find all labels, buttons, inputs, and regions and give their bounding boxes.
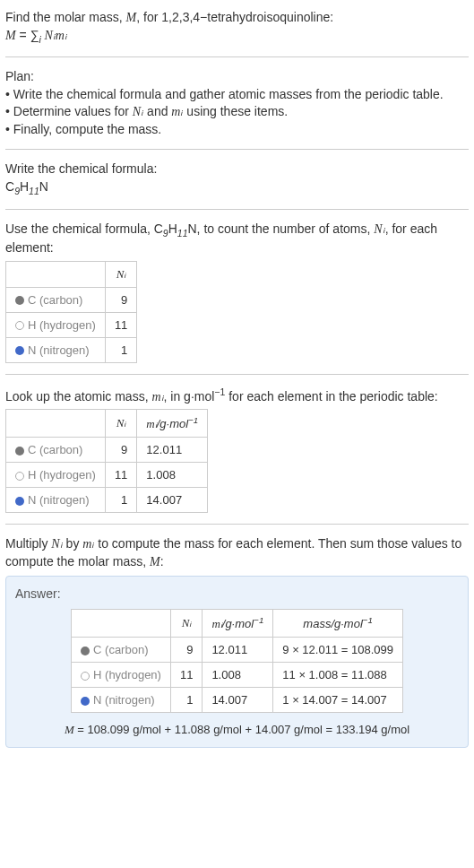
- text: by: [63, 536, 83, 551]
- table-row: N (nitrogen) 1 14.007 1 × 14.007 = 14.00…: [72, 688, 403, 713]
- plan-bullet-1: • Write the chemical formula and gather …: [5, 86, 469, 104]
- table-row: C (carbon) 9 12.011 9 × 12.011 = 108.099: [72, 638, 403, 663]
- chemical-formula-section: Write the chemical formula: C9H11N: [5, 157, 469, 201]
- text: , for 1,2,3,4−tetrahydroisoquinoline:: [136, 10, 333, 24]
- el-n: N: [39, 179, 48, 194]
- element-name: C (carbon): [28, 293, 82, 307]
- element-name: H (hydrogen): [28, 468, 96, 482]
- multiply-text: Multiply Nᵢ by mᵢ to compute the mass fo…: [5, 535, 469, 570]
- answer-table: Nᵢ mᵢ/g·mol−1 mass/g·mol−1 C (carbon) 9 …: [71, 609, 403, 713]
- var-mi: mᵢ: [146, 417, 156, 430]
- text: for each element in the periodic table:: [225, 388, 437, 403]
- text: Use the chemical formula, C: [5, 221, 163, 236]
- var-mi: mᵢ: [82, 537, 94, 551]
- table-row: N (nitrogen) 1: [6, 337, 137, 362]
- element-cell: N (nitrogen): [6, 337, 106, 362]
- mass-value: 14.007: [203, 688, 273, 713]
- divider: [5, 149, 469, 150]
- el-c: C: [5, 179, 14, 194]
- eq-sum: = ∑: [16, 28, 39, 42]
- text: Look up the atomic mass,: [5, 388, 151, 403]
- element-cell: C (carbon): [6, 287, 106, 312]
- element-name: N (nitrogen): [28, 493, 90, 507]
- calc-value: 1 × 14.007 = 14.007: [273, 688, 403, 713]
- answer-label: Answer:: [15, 586, 459, 603]
- count-value: 11: [105, 312, 136, 337]
- text: , in g·mol: [164, 388, 215, 403]
- nitrogen-dot-icon: [15, 497, 24, 506]
- element-name: C (carbon): [28, 443, 82, 456]
- var-ni: Nᵢ: [116, 416, 126, 430]
- element-name: H (hydrogen): [93, 668, 161, 681]
- text: N, to count the number of atoms,: [188, 221, 375, 236]
- mi-header: mᵢ/g·mol−1: [137, 409, 208, 437]
- divider: [5, 524, 469, 525]
- table-row: C (carbon) 9: [6, 287, 137, 312]
- eq-lhs: M: [5, 29, 16, 42]
- var-m: M: [126, 11, 137, 24]
- var-mi: mᵢ: [171, 105, 183, 118]
- mass-text: Look up the atomic mass, mᵢ, in g·mol−1 …: [5, 386, 469, 405]
- text: Multiply: [5, 536, 51, 551]
- mass-value: 1.008: [137, 463, 208, 488]
- plan-heading: Plan:: [5, 68, 469, 86]
- unit: mass/g·mol: [303, 618, 362, 631]
- element-cell: C (carbon): [72, 638, 171, 663]
- formula-heading: Write the chemical formula:: [5, 161, 469, 178]
- sup: −1: [214, 386, 225, 397]
- table-header-row: Nᵢ: [6, 261, 137, 287]
- empty-header: [6, 261, 106, 287]
- empty-header: [72, 609, 171, 637]
- count-value: 1: [105, 488, 136, 513]
- count-value: 11: [170, 663, 202, 688]
- divider: [5, 374, 469, 375]
- plan-bullet-3: • Finally, compute the mass.: [5, 121, 469, 139]
- calc-value: 9 × 12.011 = 108.099: [273, 638, 403, 663]
- count-section: Use the chemical formula, C9H11N, to cou…: [5, 217, 469, 367]
- element-name: C (carbon): [93, 643, 148, 656]
- table-row: N (nitrogen) 1 14.007: [6, 488, 208, 513]
- ni-header: Nᵢ: [105, 409, 136, 437]
- sub: 11: [177, 227, 188, 238]
- element-cell: H (hydrogen): [72, 663, 171, 688]
- unit: /g·mol: [222, 617, 254, 630]
- element-cell: N (nitrogen): [72, 688, 171, 713]
- element-name: H (hydrogen): [28, 318, 96, 332]
- element-cell: H (hydrogen): [6, 312, 106, 337]
- var-ni: Nᵢ: [133, 105, 143, 118]
- hydrogen-dot-icon: [15, 321, 24, 330]
- sup: −1: [363, 615, 373, 625]
- var-ni: Nᵢ: [51, 537, 62, 551]
- chemical-formula: C9H11N: [5, 178, 469, 197]
- table-header-row: Nᵢ mᵢ/g·mol−1 mass/g·mol−1: [72, 609, 403, 637]
- calc-value: 11 × 1.008 = 11.088: [273, 663, 403, 688]
- count-value: 11: [105, 463, 136, 488]
- hydrogen-dot-icon: [15, 472, 24, 481]
- var-mi: mᵢ: [151, 389, 163, 403]
- var-ni: Nᵢ: [116, 267, 126, 281]
- count-value: 9: [105, 287, 136, 312]
- el-h: H: [20, 179, 29, 194]
- hydrogen-dot-icon: [81, 672, 90, 681]
- mass-value: 1.008: [203, 663, 273, 688]
- count-text: Use the chemical formula, C9H11N, to cou…: [5, 221, 469, 257]
- multiply-section: Multiply Nᵢ by mᵢ to compute the mass fo…: [5, 532, 469, 751]
- element-cell: N (nitrogen): [6, 488, 106, 513]
- mass-value: 12.011: [203, 638, 273, 663]
- var-ni: Nᵢ: [374, 222, 384, 236]
- final-text: = 108.099 g/mol + 11.088 g/mol + 14.007 …: [74, 723, 409, 736]
- element-name: N (nitrogen): [93, 693, 155, 707]
- final-answer: M = 108.099 g/mol + 11.088 g/mol + 14.00…: [15, 722, 459, 738]
- unit: /g·mol: [157, 417, 188, 430]
- ni-header: Nᵢ: [170, 609, 202, 637]
- mi-header: mᵢ/g·mol−1: [203, 609, 273, 637]
- carbon-dot-icon: [81, 647, 90, 655]
- sup: −1: [188, 415, 198, 425]
- plan-bullet-2: • Determine values for Nᵢ and mᵢ using t…: [5, 103, 469, 121]
- var-m: M: [65, 723, 74, 736]
- text: :: [160, 554, 164, 569]
- divider: [5, 209, 469, 210]
- count-value: 1: [105, 337, 136, 362]
- nitrogen-dot-icon: [81, 697, 90, 706]
- carbon-dot-icon: [15, 296, 24, 305]
